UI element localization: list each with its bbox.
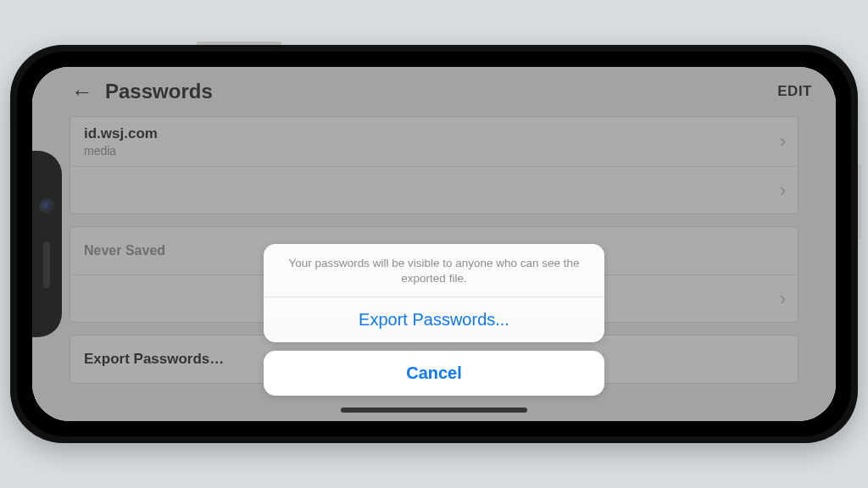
sheet-message: Your passwords will be visible to anyone… xyxy=(264,244,604,297)
export-passwords-button[interactable]: Export Passwords... xyxy=(264,297,604,342)
cancel-button[interactable]: Cancel xyxy=(264,351,604,396)
screen: ← Passwords EDIT id.wsj.com media › xyxy=(32,67,836,421)
phone-side-button xyxy=(858,164,861,240)
action-sheet: Your passwords will be visible to anyone… xyxy=(264,244,604,396)
phone-frame: ← Passwords EDIT id.wsj.com media › xyxy=(10,45,858,443)
phone-inner-bezel: ← Passwords EDIT id.wsj.com media › xyxy=(17,52,851,436)
phone-top-button xyxy=(197,42,281,45)
action-sheet-card: Your passwords will be visible to anyone… xyxy=(264,244,604,342)
